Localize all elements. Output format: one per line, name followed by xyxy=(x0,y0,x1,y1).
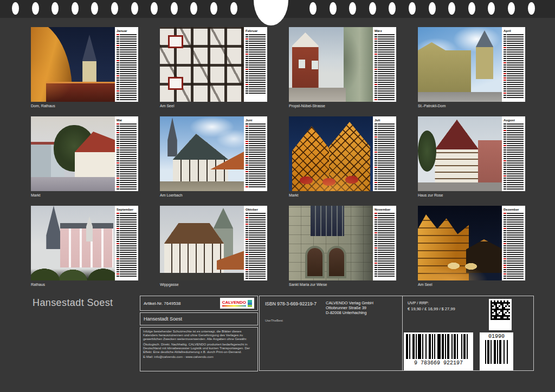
day-label xyxy=(375,139,377,140)
day-rule-line xyxy=(507,93,524,94)
day-label xyxy=(117,90,119,92)
day-rule-line xyxy=(120,128,137,129)
day-label xyxy=(117,273,119,275)
day-label xyxy=(504,67,506,68)
photo-shape xyxy=(289,88,346,102)
day-rule-line xyxy=(120,260,137,262)
day-label xyxy=(504,149,506,151)
calendar-title: Hansestadt Soest xyxy=(33,297,113,309)
day-label xyxy=(504,154,506,155)
day-label xyxy=(504,178,506,179)
photo-shape xyxy=(311,206,344,236)
day-rule-line xyxy=(378,90,395,92)
day-label xyxy=(504,156,506,157)
day-label xyxy=(504,36,506,37)
day-label xyxy=(504,71,506,72)
mini-calendar-month-name: Januar xyxy=(117,29,137,32)
day-label xyxy=(117,263,119,264)
mini-calendar-day-row xyxy=(246,92,266,94)
day-label xyxy=(246,51,248,53)
day-rule-line xyxy=(120,221,137,223)
day-label xyxy=(246,41,248,42)
mini-calendar-day-row xyxy=(504,96,524,99)
day-label xyxy=(246,269,248,270)
photo-shape xyxy=(418,206,502,280)
day-rule-line xyxy=(507,60,524,61)
binding-hole xyxy=(508,2,515,15)
day-label xyxy=(504,86,506,87)
day-label xyxy=(246,175,248,177)
day-rule-line xyxy=(249,165,266,166)
day-label xyxy=(375,213,377,214)
day-label xyxy=(504,228,506,229)
day-rule-line xyxy=(507,128,524,129)
day-label xyxy=(504,237,506,238)
day-rule-line xyxy=(507,156,524,157)
day-label xyxy=(504,143,506,144)
day-rule-line xyxy=(507,160,524,161)
day-label xyxy=(504,97,506,98)
day-label xyxy=(246,38,248,40)
day-label xyxy=(246,132,248,133)
day-rule-line xyxy=(378,171,395,172)
day-rule-line xyxy=(120,213,137,214)
day-rule-line xyxy=(249,123,266,125)
day-rule-line xyxy=(249,67,266,68)
day-label xyxy=(504,239,506,240)
day-label xyxy=(375,62,377,63)
day-rule-line xyxy=(120,241,137,242)
day-label xyxy=(375,217,377,218)
publisher-address: CALVENDO Verlag GmbH Ottobrunner Straße … xyxy=(326,300,373,315)
day-label xyxy=(375,252,377,253)
day-label xyxy=(246,232,248,233)
day-label xyxy=(375,221,377,223)
mini-calendar-month-name: Februar xyxy=(246,29,266,32)
photo-shape xyxy=(292,32,327,88)
mini-calendar-day-row xyxy=(504,188,524,190)
day-rule-line xyxy=(249,149,266,151)
day-label xyxy=(117,97,119,98)
day-label xyxy=(375,86,377,87)
day-label xyxy=(117,260,119,262)
day-label xyxy=(117,86,119,87)
day-label xyxy=(375,271,377,272)
author-credit: UseTheBest xyxy=(265,319,283,322)
binding-hole xyxy=(51,2,59,15)
day-rule-line xyxy=(378,145,395,146)
day-rule-line xyxy=(507,90,524,92)
photo-caption: Haus zur Rose xyxy=(418,193,525,198)
day-rule-line xyxy=(120,99,137,100)
day-label xyxy=(246,250,248,251)
photo-shape xyxy=(344,27,373,102)
day-label xyxy=(246,136,248,138)
day-label xyxy=(246,47,248,48)
day-rule-line xyxy=(120,188,137,190)
calendar-month-thumb: NovemberSankt Maria zur Wiese xyxy=(289,206,396,287)
photo-shape xyxy=(433,120,481,185)
binding-hole xyxy=(309,2,317,15)
day-rule-line xyxy=(249,258,266,259)
day-label xyxy=(117,99,119,100)
day-rule-line xyxy=(249,232,266,233)
day-label xyxy=(246,141,248,142)
day-label xyxy=(246,34,248,35)
day-rule-line xyxy=(249,239,266,240)
day-label xyxy=(117,45,119,46)
photo-caption: Markt xyxy=(289,193,396,198)
day-rule-line xyxy=(249,265,266,266)
day-label xyxy=(375,99,377,100)
day-rule-line xyxy=(120,184,137,185)
day-label xyxy=(375,228,377,229)
day-label xyxy=(246,267,248,268)
day-rule-line xyxy=(378,47,395,48)
mini-calendar: November xyxy=(373,206,396,280)
mini-calendar: März xyxy=(373,27,396,102)
day-rule-line xyxy=(120,245,137,246)
day-rule-line xyxy=(120,73,137,74)
day-label xyxy=(504,95,506,96)
day-rule-line xyxy=(507,58,524,59)
day-rule-line xyxy=(120,267,137,268)
day-rule-line xyxy=(378,267,395,268)
day-label xyxy=(375,158,377,159)
day-rule-line xyxy=(378,263,395,264)
